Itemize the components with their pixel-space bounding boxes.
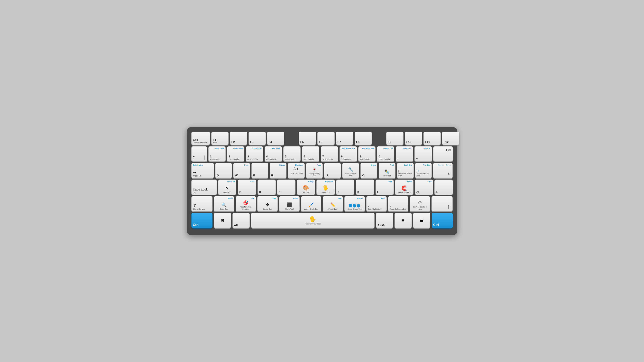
key-esc[interactable]: Esc Cancel Operation <box>192 132 210 145</box>
key-f6[interactable]: F6 <box>318 132 334 145</box>
key-b[interactable]: 🖌️ Vector Brush Tool <box>301 196 321 211</box>
number-row: ¬ ` | Zoom 100% 1 10% Opacity Zoom 200% … <box>192 146 453 162</box>
key-8[interactable]: Zoom Actual Size 8 80% Opacity <box>340 146 357 162</box>
key-backtick[interactable]: ¬ ` | <box>192 146 207 162</box>
key-win-left[interactable]: ⊞ <box>214 213 231 228</box>
bottom-row: Ctrl ⊞ Alt 🖐 Hold for View Tool Alt Gr ⊞… <box>192 213 453 228</box>
key-shift-left[interactable]: ⇧ Clip to Canvas <box>192 196 212 211</box>
key-slash[interactable]: ⊘ Set Fill / Stroke to None <box>410 196 430 211</box>
key-9[interactable]: Zoom Pixel Size 9 90% Opacity <box>358 146 376 162</box>
key-minus[interactable]: Zoom Out – <box>396 146 413 162</box>
key-altgr[interactable]: Alt Gr <box>376 213 393 228</box>
qwerty-row: Switch View ⇥ Toggle UI Q Close W E Rule… <box>192 163 453 178</box>
key-e[interactable]: E <box>252 163 268 178</box>
key-f7[interactable]: F7 <box>336 132 353 145</box>
key-period[interactable]: > Reset Selection Box <box>388 196 408 211</box>
key-6[interactable]: 6 60% Opacity <box>302 146 319 162</box>
key-o[interactable]: Open O <box>360 163 377 178</box>
key-j[interactable]: J <box>336 180 354 195</box>
key-2[interactable]: Zoom 200% 2 20% Opacity <box>227 146 244 162</box>
key-v[interactable]: Paste ⬛ Move Tool <box>279 196 300 211</box>
key-d[interactable]: D <box>258 180 276 195</box>
key-u[interactable]: U <box>324 163 341 178</box>
zxcv-row: ⇧ Clip to Canvas Undo 🔍 Zoom Tool Cut 🎯 … <box>192 196 453 211</box>
key-t[interactable]: Character A T Cycle Text Tools <box>288 163 305 178</box>
key-lbracket[interactable]: Back One [ – Decrease Brush Size <box>397 163 414 178</box>
key-f10[interactable]: F10 <box>405 132 422 145</box>
key-f11[interactable]: F11 <box>424 132 441 145</box>
key-quote[interactable]: Grid @ <box>415 180 433 195</box>
key-f12[interactable]: F12 <box>442 132 459 145</box>
fn-row: Esc Cancel Operation F1 Help F2 F3 F4 F5… <box>192 132 453 145</box>
key-win-right[interactable]: ⊞ <box>394 213 412 228</box>
key-n[interactable]: New ✏️ Pencil Tool <box>323 196 343 211</box>
key-menu[interactable]: ☰ <box>413 213 430 228</box>
key-5[interactable]: 5 50% Opacity <box>283 146 301 162</box>
key-s[interactable]: Save S <box>238 180 256 195</box>
key-c[interactable]: Copy ✥ Corner Tool <box>257 196 278 211</box>
key-ctrl-right[interactable]: Ctrl <box>432 213 453 228</box>
key-a[interactable]: Select All ↖ Node Tool <box>218 180 236 195</box>
key-tab[interactable]: Switch View ⇥ Toggle UI <box>192 163 214 178</box>
key-rbracket[interactable]: Fwd One ] + Increase Brush Size <box>415 163 432 178</box>
key-h[interactable]: Duplicate 🖐 View Tool <box>316 180 335 195</box>
key-7[interactable]: 7 70% Opacity <box>321 146 338 162</box>
key-4[interactable]: Zoom 800% 4 40% Opacity <box>264 146 282 162</box>
key-i[interactable]: 🔧 Colour Picker Tool <box>342 163 359 178</box>
key-equals[interactable]: Zoom In = <box>414 146 432 162</box>
key-alt[interactable]: Alt <box>232 213 250 228</box>
key-hash[interactable]: # <box>434 180 453 195</box>
key-g[interactable]: Group 🎨 Fill Tool <box>297 180 315 195</box>
key-space[interactable]: 🖐 Hold for View Tool <box>251 213 374 228</box>
key-w[interactable]: Close W <box>233 163 250 178</box>
key-1[interactable]: Zoom 100% 1 10% Opacity <box>208 146 226 162</box>
key-x[interactable]: Cut 🎯 Toggle Active Selector <box>236 196 256 211</box>
key-f9[interactable]: F9 <box>386 132 404 145</box>
key-m[interactable]: Curves Cycle Shape Tool <box>344 196 365 211</box>
key-f8[interactable]: F8 <box>354 132 372 145</box>
key-esc-label: Esc <box>193 138 198 142</box>
key-shift-right[interactable]: ⇧ <box>432 196 452 211</box>
key-f2[interactable]: F2 <box>230 132 247 145</box>
key-f5[interactable]: F5 <box>299 132 316 145</box>
key-enter[interactable]: Convert to Curves ↵ <box>433 163 452 178</box>
key-r[interactable]: Rulers R <box>270 163 286 178</box>
key-l[interactable]: Lock L <box>376 180 394 195</box>
key-0[interactable]: Zoom to Fit 0 100% Opacity <box>377 146 394 162</box>
key-comma[interactable]: Pref. < Cycle Split View <box>366 196 387 211</box>
key-f4[interactable]: F4 <box>267 132 284 145</box>
key-z[interactable]: Undo 🔍 Zoom Tool <box>214 196 234 211</box>
key-f1[interactable]: F1 Help <box>211 132 228 145</box>
key-y[interactable]: Redo 🍷 Transparency Tool <box>306 163 323 178</box>
key-capslock[interactable]: Caps Lock [A] <box>192 180 217 195</box>
key-f3[interactable]: F3 <box>248 132 266 145</box>
key-esc-sub: Cancel Operation <box>193 141 208 144</box>
asdf-row: Caps Lock [A] Select All ↖ Node Tool Sav… <box>192 180 453 195</box>
key-3[interactable]: Zoom 300% 3 30% Opacity <box>246 146 263 162</box>
key-semicolon[interactable]: Guides 🧲 Toggle Snapping <box>395 180 414 195</box>
key-backspace[interactable]: ⌫ <box>433 146 453 162</box>
key-k[interactable]: K <box>356 180 374 195</box>
key-f[interactable]: F <box>277 180 296 195</box>
key-ctrl-left[interactable]: Ctrl <box>192 213 212 228</box>
keyboard: Esc Cancel Operation F1 Help F2 F3 F4 F5… <box>187 127 457 235</box>
key-p[interactable]: Print ✒️ Pen Tool <box>379 163 396 178</box>
key-q[interactable]: Q <box>215 163 232 178</box>
